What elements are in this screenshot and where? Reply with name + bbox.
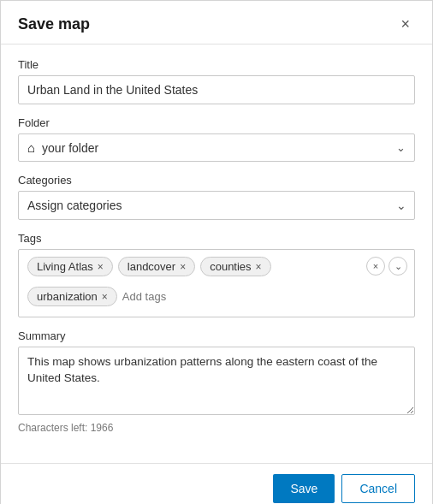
tag-living-atlas: Living Atlas × [27, 257, 113, 276]
tag-urbanization-remove[interactable]: × [102, 292, 108, 302]
tags-bottom-row: urbanization × [27, 287, 266, 306]
title-label: Title [18, 58, 415, 71]
tag-counties-label: counties [210, 260, 251, 273]
dialog-footer: Save Cancel [1, 463, 432, 504]
summary-group: Summary This map shows urbanization patt… [18, 329, 415, 434]
categories-select[interactable]: Assign categories [18, 191, 415, 220]
tags-top-row: Living Atlas × landcover × counties × [27, 257, 271, 276]
cancel-button[interactable]: Cancel [341, 474, 415, 503]
tag-landcover: landcover × [118, 257, 195, 276]
save-map-dialog: Save map × Title Folder ⌂ your folder ⌄ … [0, 0, 433, 504]
tags-area-wrapper: Living Atlas × landcover × counties × [18, 249, 415, 317]
close-button[interactable]: × [395, 15, 415, 33]
categories-select-wrapper: Assign categories ⌄ [18, 191, 415, 220]
title-group: Title [18, 58, 415, 104]
folder-value: your folder [42, 141, 396, 155]
categories-group: Categories Assign categories ⌄ [18, 174, 415, 220]
summary-textarea[interactable]: This map shows urbanization patterns alo… [18, 347, 415, 415]
save-button[interactable]: Save [273, 474, 335, 503]
tags-controls: × ⌄ [366, 257, 407, 276]
tag-landcover-remove[interactable]: × [180, 262, 186, 272]
summary-label: Summary [18, 329, 415, 342]
dialog-header: Save map × [1, 1, 432, 44]
tag-living-atlas-remove[interactable]: × [98, 262, 104, 272]
categories-label: Categories [18, 174, 415, 187]
folder-select[interactable]: ⌂ your folder ⌄ [18, 133, 415, 162]
chars-left: Characters left: 1966 [18, 422, 415, 434]
chevron-down-icon: ⌄ [396, 141, 406, 154]
home-icon: ⌂ [27, 140, 35, 155]
dialog-title: Save map [18, 15, 90, 33]
add-tags-input[interactable] [122, 288, 266, 305]
tag-counties-remove[interactable]: × [256, 262, 262, 272]
tags-container: Living Atlas × landcover × counties × [18, 249, 415, 317]
tag-urbanization: urbanization × [27, 287, 117, 306]
tag-landcover-label: landcover [128, 260, 175, 273]
folder-group: Folder ⌂ your folder ⌄ [18, 116, 415, 162]
tags-chevron-button[interactable]: ⌄ [389, 257, 407, 276]
tags-group: Tags Living Atlas × landcover × counti [18, 232, 415, 317]
tag-counties: counties × [200, 257, 270, 276]
dialog-body: Title Folder ⌂ your folder ⌄ Categories … [1, 44, 432, 460]
tag-urbanization-label: urbanization [37, 290, 98, 303]
tag-living-atlas-label: Living Atlas [37, 260, 93, 273]
tags-label: Tags [18, 232, 415, 245]
title-input[interactable] [18, 75, 415, 104]
folder-label: Folder [18, 116, 415, 129]
clear-tags-button[interactable]: × [366, 257, 385, 276]
